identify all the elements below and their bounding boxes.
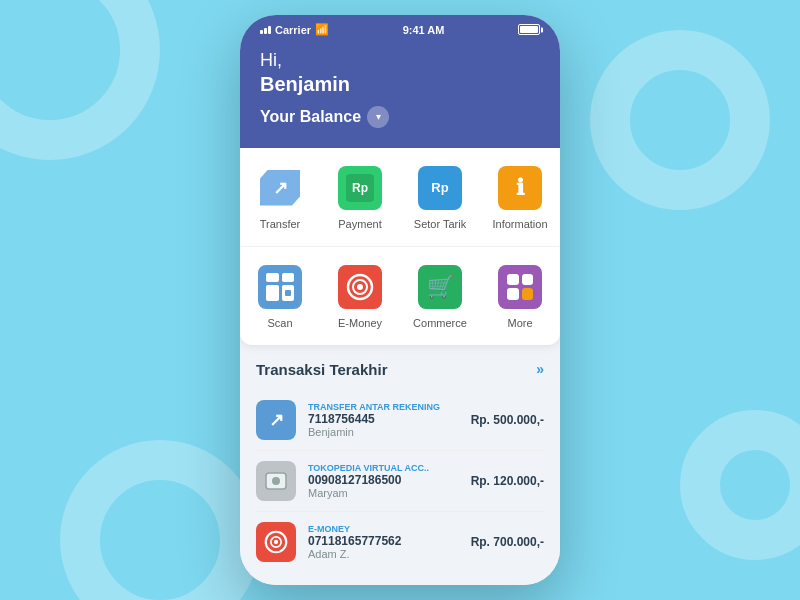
actions-row-1: ↗ Transfer Rp Payment [240, 148, 560, 246]
content-area: ↗ Transfer Rp Payment [240, 148, 560, 585]
bg-decoration-2 [590, 30, 770, 210]
transaction-type-1: Transfer Antar Rekening [308, 402, 459, 412]
scan-label: Scan [267, 317, 292, 329]
scan-icon [256, 263, 304, 311]
transaction-item[interactable]: Tokopedia Virtual Acc.. 00908127186500 M… [256, 451, 544, 512]
svg-point-2 [357, 284, 363, 290]
clock: 9:41 AM [403, 24, 445, 36]
transaction-name-1: Benjamin [308, 426, 459, 438]
transaction-item[interactable]: ↗ Transfer Antar Rekening 7118756445 Ben… [256, 390, 544, 451]
transaction-item[interactable]: E-Money 07118165777562 Adam Z. Rp. 700.0… [256, 512, 544, 572]
phone-frame: Carrier 📶 9:41 AM Hi, Benjamin Your Bala… [240, 15, 560, 585]
action-scan[interactable]: Scan [240, 259, 320, 333]
transaction-info-1: Transfer Antar Rekening 7118756445 Benja… [308, 402, 459, 438]
actions-row-2: Scan E-Money [240, 246, 560, 345]
action-transfer[interactable]: ↗ Transfer [240, 160, 320, 234]
transaction-type-2: Tokopedia Virtual Acc.. [308, 463, 459, 473]
transactions-header: Transaksi Terakhir » [256, 361, 544, 378]
actions-card: ↗ Transfer Rp Payment [240, 148, 560, 345]
action-payment[interactable]: Rp Payment [320, 160, 400, 234]
payment-icon: Rp [336, 164, 384, 212]
payment-label: Payment [338, 218, 381, 230]
transaction-name-2: Maryam [308, 487, 459, 499]
transfer-icon: ↗ [256, 164, 304, 212]
status-left: Carrier 📶 [260, 23, 329, 36]
transaction-info-2: Tokopedia Virtual Acc.. 00908127186500 M… [308, 463, 459, 499]
chevron-down-icon[interactable]: ▾ [367, 106, 389, 128]
carrier-label: Carrier [275, 24, 311, 36]
more-label: More [507, 317, 532, 329]
see-all-button[interactable]: » [536, 361, 544, 377]
status-right [518, 24, 540, 35]
balance-row[interactable]: Your Balance ▾ [260, 106, 540, 128]
transaction-amount-2: Rp. 120.000,- [471, 474, 544, 488]
transaction-account-1: 7118756445 [308, 412, 459, 426]
bg-decoration-1 [0, 0, 160, 160]
transaction-type-3: E-Money [308, 524, 459, 534]
information-icon: ℹ [496, 164, 544, 212]
transaction-amount-3: Rp. 700.000,- [471, 535, 544, 549]
commerce-label: Commerce [413, 317, 467, 329]
wifi-icon: 📶 [315, 23, 329, 36]
transaction-info-3: E-Money 07118165777562 Adam Z. [308, 524, 459, 560]
transactions-title: Transaksi Terakhir [256, 361, 387, 378]
battery-icon [518, 24, 540, 35]
action-commerce[interactable]: 🛒 Commerce [400, 259, 480, 333]
greeting-name: Benjamin [260, 72, 540, 96]
action-more[interactable]: More [480, 259, 560, 333]
setor-label: Setor Tarik [414, 218, 466, 230]
greeting-hi: Hi, [260, 50, 540, 72]
action-setor[interactable]: Rp Setor Tarik [400, 160, 480, 234]
action-information[interactable]: ℹ Information [480, 160, 560, 234]
transaction-icon-2 [256, 461, 296, 501]
commerce-icon: 🛒 [416, 263, 464, 311]
setor-icon: Rp [416, 164, 464, 212]
status-bar: Carrier 📶 9:41 AM [240, 15, 560, 40]
transaction-account-2: 00908127186500 [308, 473, 459, 487]
transaction-name-3: Adam Z. [308, 548, 459, 560]
bg-decoration-3 [60, 440, 260, 600]
header: Hi, Benjamin Your Balance ▾ [240, 40, 560, 148]
transaction-icon-1: ↗ [256, 400, 296, 440]
transaction-amount-1: Rp. 500.000,- [471, 413, 544, 427]
action-emoney[interactable]: E-Money [320, 259, 400, 333]
more-icon [496, 263, 544, 311]
bg-decoration-4 [680, 410, 800, 560]
transactions-section: Transaksi Terakhir » ↗ Transfer Antar Re… [240, 345, 560, 585]
signal-icon [260, 26, 271, 34]
transaction-icon-3 [256, 522, 296, 562]
svg-point-4 [272, 477, 280, 485]
information-label: Information [492, 218, 547, 230]
balance-label: Your Balance [260, 108, 361, 126]
emoney-label: E-Money [338, 317, 382, 329]
transfer-label: Transfer [260, 218, 301, 230]
svg-point-7 [274, 539, 278, 543]
transaction-account-3: 07118165777562 [308, 534, 459, 548]
emoney-icon [336, 263, 384, 311]
